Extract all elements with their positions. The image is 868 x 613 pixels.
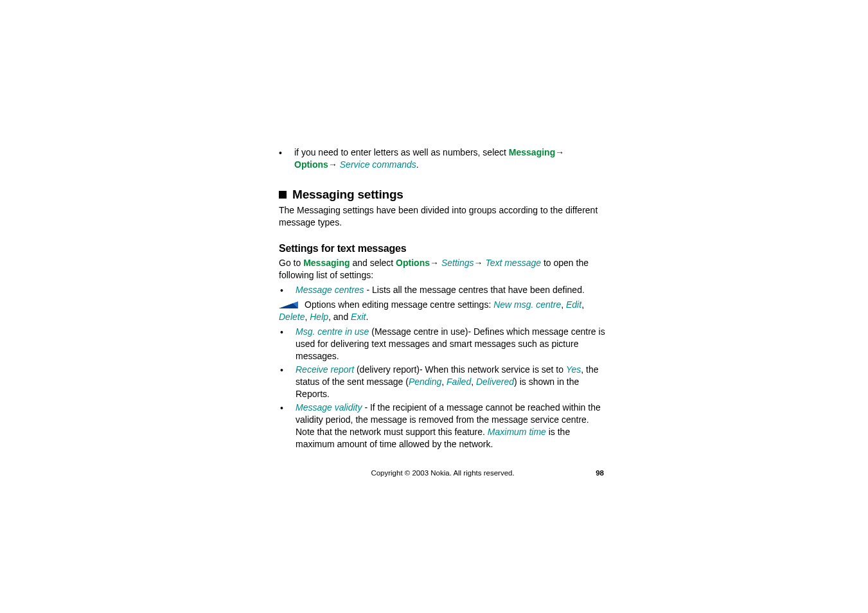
settings-list: • Message centres - Lists all the messag…	[279, 284, 607, 450]
item-mid1: (delivery report)- When this network ser…	[354, 364, 566, 375]
list-item: • Message validity - If the recipient of…	[279, 402, 607, 450]
comma: ,	[471, 377, 476, 387]
bullet-dot: •	[279, 284, 296, 296]
term-yes: Yes	[566, 364, 581, 375]
section-title: Messaging settings	[292, 188, 403, 202]
item-text: Msg. centre in use (Message centre in us…	[296, 326, 607, 362]
content-area: • if you need to enter letters as well a…	[279, 147, 607, 450]
list-item: • Receive report (delivery report)- When…	[279, 364, 607, 400]
intro-text: if you need to enter letters as well as …	[294, 147, 607, 171]
section-para: The Messaging settings have been divided…	[279, 204, 607, 229]
page: • if you need to enter letters as well a…	[0, 0, 868, 613]
term-failed: Failed	[447, 377, 471, 387]
link-messaging[interactable]: Messaging	[509, 147, 555, 157]
comma: ,	[581, 299, 584, 310]
item-text: Message centres - Lists all the message …	[296, 284, 607, 296]
link-text-message[interactable]: Text message	[485, 258, 541, 268]
term-delivered: Delivered	[476, 377, 514, 387]
footer-copyright: Copyright © 2003 Nokia. All rights reser…	[279, 469, 607, 477]
link-service-commands[interactable]: Service commands	[340, 159, 416, 170]
term-new-msg-centre: New msg. centre	[493, 299, 561, 310]
link-messaging[interactable]: Messaging	[303, 258, 350, 268]
note-triangle-icon	[279, 299, 298, 312]
comma: ,	[561, 299, 566, 310]
bullet-dot: •	[279, 364, 296, 376]
arrow-icon: →	[430, 258, 441, 268]
note-block: Options when editing message centre sett…	[279, 299, 607, 323]
square-bullet-icon	[279, 191, 287, 199]
item-text: Message validity - If the recipient of a…	[296, 402, 607, 450]
term-help: Help	[310, 312, 328, 322]
intro-bullet-row: • if you need to enter letters as well a…	[279, 147, 607, 171]
period: .	[366, 312, 368, 322]
term-pending: Pending	[409, 377, 441, 387]
arrow-icon: →	[328, 159, 340, 170]
term-exit: Exit	[351, 312, 366, 322]
bullet-dot: •	[279, 326, 296, 338]
sub-heading: Settings for text messages	[279, 243, 607, 254]
page-number: 98	[596, 469, 604, 477]
term-maximum-time: Maximum time	[488, 427, 546, 437]
term-msg-centre-in-use: Msg. centre in use	[296, 326, 369, 337]
arrow-icon: →	[474, 258, 485, 268]
term-edit: Edit	[566, 299, 581, 310]
bullet-dot: •	[279, 402, 296, 414]
term-message-centres: Message centres	[296, 285, 364, 295]
link-options[interactable]: Options	[396, 258, 430, 268]
term-receive-report: Receive report	[296, 364, 354, 375]
intro-prefix: if you need to enter letters as well as …	[294, 147, 509, 157]
term-message-validity: Message validity	[296, 402, 362, 413]
arrow-icon: →	[555, 147, 564, 157]
term-delete: Delete	[279, 312, 305, 322]
lead-mid1: and select	[350, 258, 396, 268]
comma-and: , and	[328, 312, 351, 322]
item-text: Receive report (delivery report)- When t…	[296, 364, 607, 400]
sub-lead: Go to Messaging and select Options→ Sett…	[279, 257, 607, 281]
item-rest: - Lists all the message centres that hav…	[364, 285, 585, 295]
link-options[interactable]: Options	[294, 159, 328, 170]
note-prefix: Options when editing message centre sett…	[305, 299, 493, 310]
lead-prefix: Go to	[279, 258, 303, 268]
footer: Copyright © 2003 Nokia. All rights reser…	[279, 469, 607, 477]
section-heading: Messaging settings	[279, 188, 607, 202]
bullet-dot: •	[279, 147, 294, 159]
comma: ,	[441, 377, 447, 387]
list-item: • Msg. centre in use (Message centre in …	[279, 326, 607, 362]
link-settings[interactable]: Settings	[441, 258, 474, 268]
period: .	[416, 159, 419, 170]
list-item: • Message centres - Lists all the messag…	[279, 284, 607, 296]
